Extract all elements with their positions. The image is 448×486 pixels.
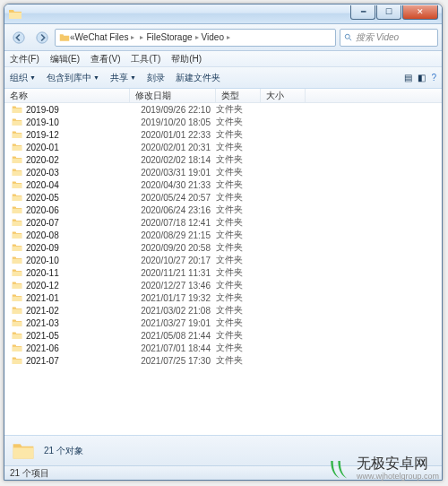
file-name: 2021-02 <box>26 306 130 316</box>
file-list[interactable]: 2019-092019/09/26 22:10文件夹2019-102019/10… <box>4 103 442 433</box>
newfolder-button[interactable]: 新建文件夹 <box>176 72 220 84</box>
file-date: 2019/10/20 18:05 <box>130 117 216 127</box>
share-button[interactable]: 共享▼ <box>110 72 136 84</box>
col-date[interactable]: 修改日期 <box>130 89 216 102</box>
file-name: 2021-05 <box>26 331 130 341</box>
search-input[interactable]: 搜索 Video <box>340 29 438 47</box>
close-button[interactable]: ✕ <box>402 5 438 20</box>
folder-icon <box>12 205 22 214</box>
list-item[interactable]: 2020-042020/04/30 21:33文件夹 <box>4 178 442 191</box>
file-type: 文件夹 <box>216 342 261 354</box>
breadcrumb[interactable]: Video <box>202 32 224 42</box>
list-item[interactable]: 2019-092019/09/26 22:10文件夹 <box>4 103 442 116</box>
list-item[interactable]: 2021-062021/07/01 18:44文件夹 <box>4 342 442 354</box>
organize-button[interactable]: 组织▼ <box>10 72 36 84</box>
menu-file[interactable]: 文件(F) <box>10 53 39 65</box>
help-icon[interactable]: ? <box>431 73 436 82</box>
file-name: 2021-01 <box>26 293 130 303</box>
chevron-right-icon[interactable]: ▸ <box>140 33 143 41</box>
list-item[interactable]: 2020-102020/10/27 20:17文件夹 <box>4 254 442 266</box>
menu-tools[interactable]: 工具(T) <box>131 53 160 65</box>
svg-line-3 <box>349 38 352 40</box>
list-item[interactable]: 2021-052021/05/08 21:44文件夹 <box>4 329 442 342</box>
menu-view[interactable]: 查看(V) <box>90 53 120 65</box>
preview-pane-icon[interactable]: ◧ <box>418 73 426 82</box>
file-name: 2020-10 <box>26 256 130 265</box>
breadcrumb[interactable]: WeChat Files <box>75 32 129 42</box>
list-item[interactable]: 2019-102019/10/20 18:05文件夹 <box>4 116 442 128</box>
folder-icon <box>12 105 22 114</box>
file-type: 文件夹 <box>216 178 261 191</box>
file-type: 文件夹 <box>216 304 261 317</box>
include-button[interactable]: 包含到库中▼ <box>47 72 99 84</box>
search-placeholder: 搜索 Video <box>356 31 399 44</box>
folder-icon <box>12 218 22 227</box>
file-date: 2020/02/01 20:31 <box>130 143 216 152</box>
list-item[interactable]: 2020-122020/12/27 13:46文件夹 <box>4 279 442 291</box>
window-titlebar[interactable]: ━ ☐ ✕ <box>4 4 442 24</box>
back-button[interactable] <box>8 27 30 48</box>
folder-icon <box>12 143 22 152</box>
list-item[interactable]: 2021-022021/03/02 21:08文件夹 <box>4 304 442 317</box>
list-item[interactable]: 2020-032020/03/31 19:01文件夹 <box>4 166 442 178</box>
list-item[interactable]: 2019-122020/01/01 22:33文件夹 <box>4 128 442 141</box>
maximize-button[interactable]: ☐ <box>376 5 401 20</box>
file-date: 2020/10/27 20:17 <box>130 256 216 265</box>
forward-button[interactable] <box>31 27 53 48</box>
col-type[interactable]: 类型 <box>216 89 261 102</box>
file-date: 2021/03/02 21:08 <box>130 306 216 316</box>
view-options-icon[interactable]: ▤ <box>404 73 412 82</box>
file-type: 文件夹 <box>216 191 261 204</box>
list-item[interactable]: 2020-012020/02/01 20:31文件夹 <box>4 141 442 153</box>
folder-icon <box>12 130 22 139</box>
column-headers: 名称 修改日期 类型 大小 <box>4 89 442 103</box>
explorer-window: ━ ☐ ✕ « WeChat Files ▸ ▸ FileStorage ▸ V… <box>4 4 443 481</box>
file-name: 2020-02 <box>26 155 130 165</box>
file-date: 2019/09/26 22:10 <box>130 105 216 115</box>
file-name: 2021-03 <box>26 318 130 328</box>
file-date: 2021/03/27 19:01 <box>130 318 216 328</box>
file-type: 文件夹 <box>216 103 261 116</box>
file-date: 2020/01/01 22:33 <box>130 130 216 140</box>
folder-icon <box>12 243 22 252</box>
chevron-right-icon[interactable]: ▸ <box>131 33 134 41</box>
folder-icon <box>59 32 70 43</box>
file-type: 文件夹 <box>216 254 261 266</box>
breadcrumb[interactable]: FileStorage <box>146 32 192 42</box>
col-name[interactable]: 名称 <box>4 89 130 102</box>
list-item[interactable]: 2020-092020/09/20 20:58文件夹 <box>4 241 442 254</box>
file-type: 文件夹 <box>216 216 261 229</box>
file-date: 2020/08/29 21:15 <box>130 230 216 240</box>
file-name: 2020-09 <box>26 243 130 253</box>
burn-button[interactable]: 刻录 <box>147 72 165 84</box>
list-item[interactable]: 2020-052020/05/24 20:57文件夹 <box>4 191 442 204</box>
menu-edit[interactable]: 编辑(E) <box>50 53 80 65</box>
file-type: 文件夹 <box>216 128 261 141</box>
list-item[interactable]: 2021-032021/03/27 19:01文件夹 <box>4 317 442 329</box>
minimize-button[interactable]: ━ <box>350 5 375 20</box>
col-size[interactable]: 大小 <box>261 89 306 102</box>
file-date: 2020/11/21 11:31 <box>130 268 216 278</box>
menu-help[interactable]: 帮助(H) <box>171 53 202 65</box>
list-item[interactable]: 2021-072021/07/25 17:30文件夹 <box>4 354 442 367</box>
list-item[interactable]: 2021-012021/01/17 19:32文件夹 <box>4 291 442 304</box>
svg-point-0 <box>13 31 24 42</box>
file-name: 2020-07 <box>26 218 130 228</box>
file-name: 2020-05 <box>26 193 130 203</box>
list-item[interactable]: 2020-062020/06/24 23:16文件夹 <box>4 204 442 216</box>
svg-point-2 <box>345 34 349 39</box>
list-item[interactable]: 2020-112020/11/21 11:31文件夹 <box>4 266 442 279</box>
folder-icon <box>12 180 22 189</box>
list-item[interactable]: 2020-022020/02/02 18:14文件夹 <box>4 153 442 166</box>
status-text: 21 个项目 <box>10 468 49 478</box>
chevron-right-icon[interactable]: ▸ <box>195 33 199 41</box>
nav-bar: « WeChat Files ▸ ▸ FileStorage ▸ Video ▸… <box>4 24 442 51</box>
svg-point-1 <box>37 31 47 42</box>
chevron-right-icon[interactable]: ▸ <box>227 33 230 41</box>
list-item[interactable]: 2020-072020/07/18 12:41文件夹 <box>4 216 442 229</box>
folder-icon <box>12 155 22 164</box>
menu-bar: 文件(F) 编辑(E) 查看(V) 工具(T) 帮助(H) <box>4 51 442 67</box>
file-date: 2021/05/08 21:44 <box>130 331 216 341</box>
list-item[interactable]: 2020-082020/08/29 21:15文件夹 <box>4 229 442 241</box>
address-bar[interactable]: « WeChat Files ▸ ▸ FileStorage ▸ Video ▸ <box>55 29 336 47</box>
